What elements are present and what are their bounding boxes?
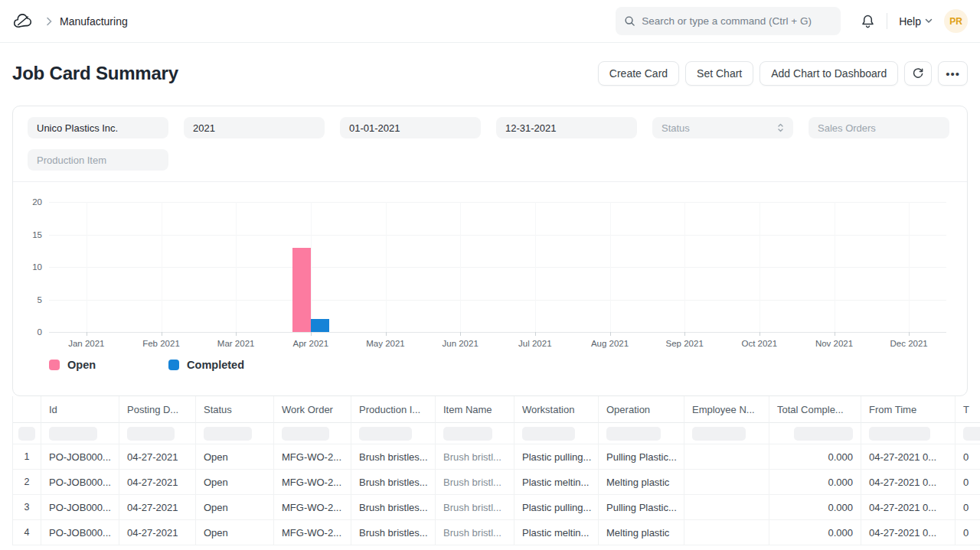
notifications-bell-icon[interactable] bbox=[861, 14, 875, 29]
column-header[interactable]: Posting D... bbox=[119, 396, 196, 423]
table-cell[interactable]: Open bbox=[196, 520, 274, 545]
column-header[interactable] bbox=[13, 396, 41, 423]
column-filter-input[interactable] bbox=[204, 427, 252, 441]
table-cell[interactable]: Open bbox=[196, 495, 274, 520]
table-cell[interactable]: Melting plastic bbox=[599, 470, 684, 495]
table-cell[interactable]: PO-JOB000... bbox=[41, 470, 119, 495]
table-cell[interactable]: Brush bristl... bbox=[436, 520, 514, 545]
table-cell[interactable]: Open bbox=[196, 470, 274, 495]
table-cell[interactable]: Brush bristles... bbox=[351, 444, 436, 470]
table-cell[interactable]: Plastic pulling... bbox=[514, 444, 599, 470]
table-cell[interactable]: Brush bristles... bbox=[351, 470, 436, 495]
global-search[interactable] bbox=[616, 7, 841, 35]
set-chart-button[interactable]: Set Chart bbox=[685, 61, 753, 86]
table-cell[interactable]: 0.000 bbox=[769, 520, 861, 545]
user-avatar[interactable]: PR bbox=[944, 9, 968, 33]
table-cell[interactable]: PO-JOB000... bbox=[41, 495, 119, 520]
table-cell[interactable]: 0.000 bbox=[769, 444, 861, 470]
app-logo-icon[interactable] bbox=[12, 10, 35, 33]
column-header[interactable]: Id bbox=[41, 396, 119, 423]
table-cell[interactable]: MFG-WO-2... bbox=[274, 444, 351, 470]
table-cell[interactable]: Brush bristl... bbox=[436, 495, 514, 520]
status-filter[interactable]: Status bbox=[652, 117, 793, 138]
production-item-filter[interactable]: Production Item bbox=[28, 149, 168, 171]
completed-bar[interactable] bbox=[311, 319, 329, 332]
row-number[interactable]: 1 bbox=[13, 444, 41, 470]
column-filter-input[interactable] bbox=[49, 427, 97, 441]
fiscal-year-filter[interactable]: 2021 bbox=[184, 117, 325, 138]
table-cell[interactable]: MFG-WO-2... bbox=[274, 520, 351, 545]
column-filter-input[interactable] bbox=[963, 427, 980, 441]
table-cell[interactable] bbox=[684, 470, 769, 495]
breadcrumb[interactable]: Manufacturing bbox=[60, 15, 128, 28]
column-header[interactable]: T bbox=[956, 396, 980, 423]
table-cell[interactable]: MFG-WO-2... bbox=[274, 470, 351, 495]
table-cell[interactable]: 0.000 bbox=[769, 470, 861, 495]
table-cell[interactable]: Plastic meltin... bbox=[514, 470, 599, 495]
table-cell[interactable]: 0 bbox=[956, 520, 980, 545]
column-header[interactable]: From Time bbox=[861, 396, 956, 423]
column-header[interactable]: Employee N... bbox=[684, 396, 769, 423]
table-cell[interactable]: 0 bbox=[956, 470, 980, 495]
open-bar[interactable] bbox=[292, 248, 311, 333]
column-header[interactable]: Work Order bbox=[274, 396, 351, 423]
table-cell[interactable]: Pulling Plastic... bbox=[599, 495, 684, 520]
column-header[interactable]: Status bbox=[196, 396, 274, 423]
row-number[interactable]: 3 bbox=[13, 495, 41, 520]
table-cell[interactable]: 04-27-2021 bbox=[119, 495, 196, 520]
column-header[interactable]: Production I... bbox=[351, 396, 436, 423]
table-cell[interactable]: Open bbox=[196, 444, 274, 470]
table-cell[interactable]: Brush bristles... bbox=[351, 520, 436, 545]
table-cell[interactable]: PO-JOB000... bbox=[41, 520, 119, 545]
help-menu[interactable]: Help bbox=[899, 15, 933, 28]
create-card-button[interactable]: Create Card bbox=[598, 61, 679, 86]
from-date-filter[interactable]: 01-01-2021 bbox=[340, 117, 481, 138]
table-cell[interactable]: Melting plastic bbox=[599, 520, 684, 545]
sales-orders-filter[interactable]: Sales Orders bbox=[808, 117, 949, 138]
column-filter-input[interactable] bbox=[869, 427, 930, 441]
table-cell[interactable]: 04-27-2021 bbox=[119, 444, 196, 470]
refresh-button[interactable] bbox=[904, 61, 932, 86]
column-filter-input[interactable] bbox=[127, 427, 175, 441]
column-filter-input[interactable] bbox=[282, 427, 329, 441]
column-filter-input[interactable] bbox=[692, 427, 746, 441]
row-number[interactable]: 4 bbox=[13, 520, 41, 545]
to-date-filter[interactable]: 12-31-2021 bbox=[496, 117, 637, 138]
table-cell[interactable]: Brush bristles... bbox=[351, 495, 436, 520]
table-cell[interactable]: MFG-WO-2... bbox=[274, 495, 351, 520]
company-filter[interactable]: Unico Plastics Inc. bbox=[28, 117, 168, 138]
table-cell[interactable]: 0.000 bbox=[769, 495, 861, 520]
table-cell[interactable]: 04-27-2021 0... bbox=[861, 444, 956, 470]
add-chart-to-dashboard-button[interactable]: Add Chart to Dashboard bbox=[760, 61, 898, 86]
table-cell[interactable]: 0 bbox=[956, 495, 980, 520]
table-cell[interactable]: 04-27-2021 0... bbox=[861, 495, 956, 520]
search-input[interactable] bbox=[642, 15, 832, 27]
table-cell[interactable]: 04-27-2021 bbox=[119, 520, 196, 545]
table-cell[interactable]: Brush bristl... bbox=[436, 470, 514, 495]
menu-button[interactable]: ••• bbox=[938, 61, 968, 86]
column-filter-input[interactable] bbox=[522, 427, 575, 441]
column-filter-input[interactable] bbox=[794, 427, 853, 441]
column-header[interactable]: Total Comple... bbox=[769, 396, 861, 423]
column-header[interactable]: Operation bbox=[599, 396, 684, 423]
table-cell[interactable]: 04-27-2021 0... bbox=[861, 520, 956, 545]
table-cell[interactable]: Plastic pulling... bbox=[514, 495, 599, 520]
table-cell[interactable] bbox=[684, 444, 769, 470]
table-cell[interactable]: Plastic meltin... bbox=[514, 520, 599, 545]
table-cell[interactable]: 04-27-2021 0... bbox=[861, 470, 956, 495]
table-cell[interactable] bbox=[684, 495, 769, 520]
table-cell[interactable]: Brush bristl... bbox=[436, 444, 514, 470]
row-number[interactable]: 2 bbox=[13, 470, 41, 495]
column-header[interactable]: Item Name bbox=[436, 396, 514, 423]
table-cell[interactable]: 0 bbox=[956, 444, 980, 470]
table-cell[interactable]: PO-JOB000... bbox=[41, 444, 119, 470]
column-filter-input[interactable] bbox=[359, 427, 412, 441]
column-filter-input[interactable] bbox=[18, 427, 35, 441]
column-filter-input[interactable] bbox=[606, 427, 661, 441]
x-axis-tick bbox=[87, 332, 87, 336]
table-cell[interactable]: 04-27-2021 bbox=[119, 470, 196, 495]
column-header[interactable]: Workstation bbox=[514, 396, 599, 423]
table-cell[interactable]: Pulling Plastic... bbox=[599, 444, 684, 470]
table-cell[interactable] bbox=[684, 520, 769, 545]
column-filter-input[interactable] bbox=[443, 427, 492, 441]
